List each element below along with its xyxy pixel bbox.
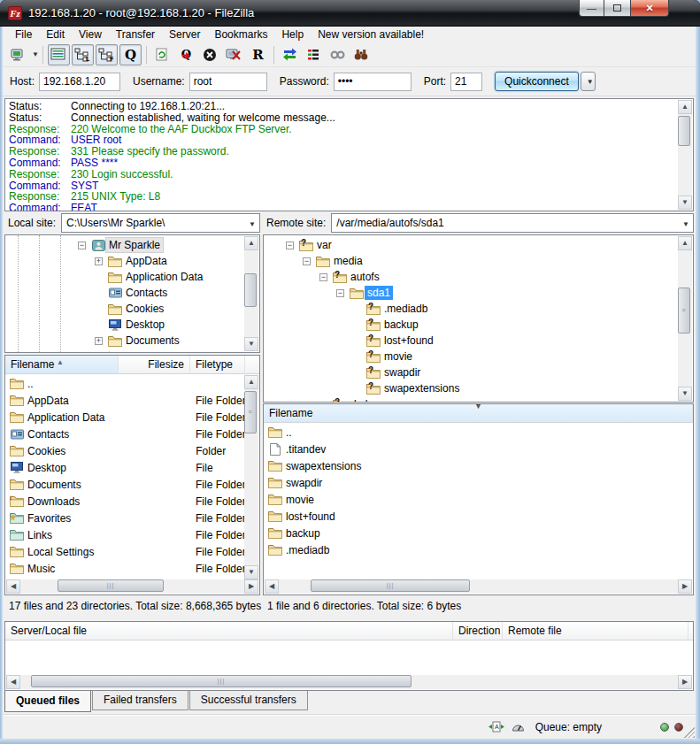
scroll-thumb[interactable] xyxy=(244,273,257,307)
chevron-down-icon[interactable]: ▼ xyxy=(249,220,256,228)
close-button[interactable]: ✕ xyxy=(630,0,669,17)
file-row-favorites[interactable]: ★FavoritesFile Folder xyxy=(5,510,244,526)
chevron-down-icon[interactable]: ▼ xyxy=(682,220,689,228)
speed-limit-icon[interactable] xyxy=(512,722,525,732)
toggle-transfer-queue-button[interactable]: Q xyxy=(119,44,142,65)
collapse-icon[interactable]: − xyxy=(78,242,86,249)
splitter-collapse-icon[interactable]: ▼ xyxy=(474,403,482,410)
remote-site-combobox[interactable]: /var/media/autofs/sda1 ▼ xyxy=(331,213,694,233)
local-tree-vscrollbar[interactable]: ▲ ▼ xyxy=(244,236,258,351)
scroll-up-icon[interactable]: ▲ xyxy=(678,236,692,250)
tree-item-movie[interactable]: ?movie xyxy=(264,349,678,364)
disconnect-button[interactable] xyxy=(223,44,245,65)
menu-item-transfer[interactable]: Transfer xyxy=(109,27,162,42)
scroll-left-icon[interactable]: ◀ xyxy=(265,579,279,594)
comparison-mode-button[interactable] xyxy=(303,44,325,65)
tree-item-mr-sparkle[interactable]: −Mr Sparkle xyxy=(5,237,244,253)
file-row-swapextensions[interactable]: swapextensions xyxy=(264,457,693,474)
file-row--[interactable]: .. xyxy=(5,375,244,392)
local-site-combobox[interactable]: C:\Users\Mr Sparkle\ ▼ xyxy=(61,213,260,233)
maximize-button[interactable] xyxy=(604,0,630,17)
quickconnect-button[interactable]: Quickconnect xyxy=(495,72,579,91)
tab-successful-transfers[interactable]: Successful transfers xyxy=(189,691,308,710)
scroll-left-icon[interactable]: ◀ xyxy=(6,675,20,689)
remote-tree-vscrollbar[interactable]: ▲ ≡ ▼ xyxy=(678,236,692,401)
scroll-right-icon[interactable]: ▶ xyxy=(244,579,258,594)
local-list-vscrollbar[interactable]: ▲ ≡ ▼ xyxy=(244,375,258,579)
directory-comparison-button[interactable] xyxy=(279,44,301,65)
cancel-operation-button[interactable] xyxy=(199,44,221,65)
tree-item-downloads[interactable]: +↓Downloads xyxy=(5,349,244,352)
site-manager-button[interactable] xyxy=(7,44,29,65)
scroll-thumb[interactable] xyxy=(678,116,690,146)
file-row--mediadb[interactable]: .mediadb xyxy=(264,541,693,558)
menu-item-bookmarks[interactable]: Bookmarks xyxy=(207,27,274,42)
minimize-button[interactable]: — xyxy=(579,0,604,17)
local-list-hscrollbar[interactable]: ◀ ||| ▶ xyxy=(6,579,258,594)
file-row-application-data[interactable]: Application DataFile Folder xyxy=(5,409,244,426)
file-row-documents[interactable]: DocumentsFile Folder xyxy=(5,476,244,493)
host-input[interactable] xyxy=(39,73,120,91)
toggle-remote-tree-button[interactable]: F xyxy=(96,44,118,65)
title-bar[interactable]: Fz 192.168.1.20 - root@192.168.1.20 - Fi… xyxy=(0,0,700,27)
menu-item-edit[interactable]: Edit xyxy=(39,27,72,42)
column-header-filetype[interactable]: Filetype xyxy=(190,356,245,373)
file-row-lost-found[interactable]: lost+found xyxy=(264,508,693,525)
scroll-up-icon[interactable]: ▲ xyxy=(244,375,258,389)
synchronized-browsing-button[interactable] xyxy=(327,44,349,65)
scroll-thumb[interactable]: ||| xyxy=(311,579,470,592)
toggle-message-log-button[interactable] xyxy=(48,44,70,65)
port-input[interactable] xyxy=(450,73,482,91)
scroll-thumb[interactable]: ||| xyxy=(31,675,412,687)
tree-item-contacts[interactable]: Contacts xyxy=(5,285,244,301)
file-row-links[interactable]: LinksFile Folder xyxy=(5,526,244,543)
file-row-contacts[interactable]: ContactsFile Folder xyxy=(5,426,244,442)
tree-item-backup[interactable]: ?backup xyxy=(264,317,678,333)
process-queue-button[interactable]: Q xyxy=(175,44,197,65)
scroll-right-icon[interactable]: ▶ xyxy=(678,675,692,689)
menu-item-new-version-available[interactable]: New version available! xyxy=(311,27,431,42)
transfer-type-icon[interactable]: A xyxy=(488,721,504,733)
menu-item-file[interactable]: File xyxy=(8,27,39,42)
column-header-direction[interactable]: Direction xyxy=(453,622,503,640)
tree-item-desktop[interactable]: Desktop xyxy=(5,317,244,333)
reconnect-button[interactable]: R xyxy=(247,44,269,65)
file-row-movie[interactable]: movie xyxy=(264,491,693,508)
tree-item-documents[interactable]: +Documents xyxy=(5,333,244,349)
toggle-local-tree-button[interactable]: L xyxy=(72,44,94,65)
scroll-down-icon[interactable]: ▼ xyxy=(244,565,258,579)
username-input[interactable] xyxy=(189,73,267,91)
tree-item-swapdir[interactable]: ?swapdir xyxy=(264,364,678,380)
scroll-left-icon[interactable]: ◀ xyxy=(6,579,20,594)
filename-filters-button[interactable] xyxy=(350,44,373,65)
file-row-backup[interactable]: backup xyxy=(264,525,693,541)
column-header-server-local-file[interactable]: Server/Local file xyxy=(5,622,453,640)
scroll-down-icon[interactable]: ▼ xyxy=(244,337,258,351)
scroll-thumb[interactable]: ≡ xyxy=(244,391,257,433)
tree-item-var[interactable]: −?var xyxy=(264,237,678,253)
resize-grip[interactable] xyxy=(684,727,695,738)
tree-item-autofs[interactable]: −?autofs xyxy=(264,269,678,285)
file-row-local-settings[interactable]: Local SettingsFile Folder xyxy=(5,543,244,560)
scroll-down-icon[interactable]: ▼ xyxy=(678,196,692,210)
file-row-cookies[interactable]: CookiesFolder xyxy=(5,442,244,459)
file-row--[interactable]: .. xyxy=(264,424,693,441)
refresh-button[interactable] xyxy=(151,44,173,65)
tree-item-lost-found[interactable]: ?lost+found xyxy=(264,333,678,349)
scroll-up-icon[interactable]: ▲ xyxy=(678,100,692,114)
tab-queued-files[interactable]: Queued files xyxy=(4,691,91,712)
site-manager-dropdown-icon[interactable]: ▼ xyxy=(32,50,39,58)
tree-item-appdata[interactable]: +AppData xyxy=(5,253,244,269)
quickconnect-dropdown-button[interactable]: ▼ xyxy=(581,72,596,91)
column-header-filename[interactable]: Filename▲ xyxy=(5,356,119,373)
scroll-down-icon[interactable]: ▼ xyxy=(678,387,692,401)
menu-item-help[interactable]: Help xyxy=(274,27,311,42)
collapse-icon[interactable]: − xyxy=(336,289,344,297)
tree-item-dvd[interactable]: ?dvd xyxy=(264,396,678,402)
tree-item-application-data[interactable]: Application Data xyxy=(5,269,244,285)
scroll-thumb[interactable]: ||| xyxy=(58,579,164,592)
file-row-swapdir[interactable]: swapdir xyxy=(264,474,693,491)
file-row--titandev[interactable]: .titandev xyxy=(264,441,693,457)
column-header-filesize[interactable]: Filesize xyxy=(119,356,190,373)
tree-item--mediadb[interactable]: ?.mediadb xyxy=(264,301,678,317)
